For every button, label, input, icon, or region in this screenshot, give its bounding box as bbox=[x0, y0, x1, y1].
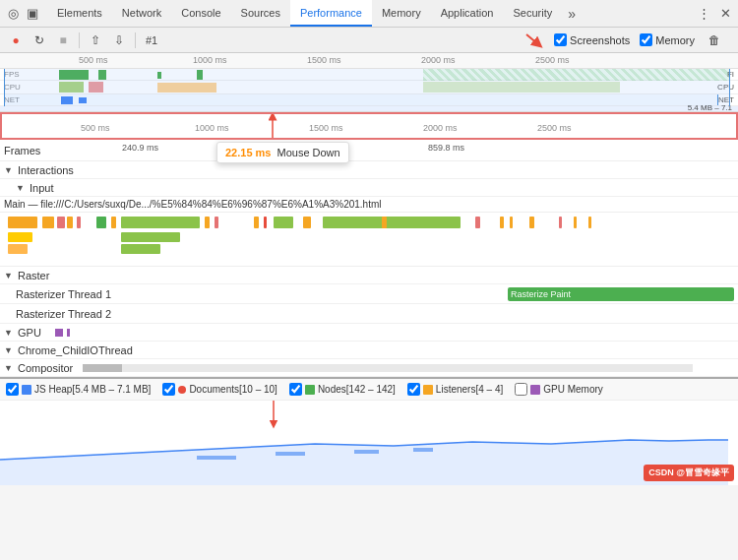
nodes-checkbox[interactable] bbox=[289, 383, 302, 396]
screenshots-label: Screenshots bbox=[570, 34, 630, 46]
nav-tabs: Elements Network Console Sources Perform… bbox=[47, 0, 562, 27]
close-devtools-icon[interactable]: ✕ bbox=[716, 5, 734, 23]
flame-block-r3-13 bbox=[588, 217, 591, 228]
ruler-500ms: 500 ms bbox=[79, 55, 108, 65]
ruler-2000ms: 2000 ms bbox=[421, 55, 456, 65]
chrome-io-toggle: ▼ bbox=[4, 345, 14, 355]
record-button[interactable]: ● bbox=[6, 31, 26, 50]
js-heap-checkbox[interactable] bbox=[6, 383, 19, 396]
overview-ruler: 500 ms 1000 ms 1500 ms 2000 ms 2500 ms bbox=[0, 53, 738, 69]
tab-console[interactable]: Console bbox=[171, 0, 230, 27]
fps-bar-1 bbox=[59, 70, 89, 80]
nodes-label: Nodes[142 – 142] bbox=[318, 384, 396, 395]
compositor-bar-1 bbox=[83, 364, 122, 372]
nodes-legend[interactable]: Nodes[142 – 142] bbox=[289, 383, 396, 396]
memory-chart bbox=[0, 401, 738, 485]
device-icon[interactable]: ▣ bbox=[24, 5, 41, 23]
input-label: Input bbox=[30, 182, 53, 194]
detail-500ms: 500 ms bbox=[81, 123, 110, 133]
stop-button[interactable]: ■ bbox=[53, 31, 73, 50]
gpu-bar-2 bbox=[67, 329, 70, 337]
trash-button[interactable]: 🗑 bbox=[705, 31, 724, 50]
fps-hatched bbox=[423, 69, 730, 81]
js-heap-label: JS Heap[5.4 MB – 7.1 MB] bbox=[34, 384, 151, 395]
upload-button[interactable]: ⇧ bbox=[86, 31, 105, 50]
cpu-bar-1 bbox=[59, 82, 84, 93]
flame-block-r3-9 bbox=[510, 217, 513, 228]
more-tabs-icon[interactable]: » bbox=[562, 6, 582, 22]
detail-2000ms: 2000 ms bbox=[423, 123, 458, 133]
customize-icon[interactable]: ⋮ bbox=[695, 5, 712, 23]
listeners-legend[interactable]: Listeners[4 – 4] bbox=[407, 383, 503, 396]
interactions-label: Interactions bbox=[18, 164, 74, 176]
tab-performance[interactable]: Performance bbox=[290, 0, 372, 27]
ruler-1000ms: 1000 ms bbox=[193, 55, 227, 65]
flame-block-7 bbox=[111, 217, 116, 228]
flame-block-11 bbox=[254, 217, 259, 228]
screenshots-checkbox[interactable] bbox=[554, 33, 567, 46]
memory-section: JS Heap[5.4 MB – 7.1 MB] Documents[10 – … bbox=[0, 377, 738, 485]
tab-application[interactable]: Application bbox=[431, 0, 504, 27]
flame-block-r3-8 bbox=[500, 217, 504, 228]
svg-rect-2 bbox=[354, 450, 379, 454]
rasterize-paint-block: Rasterize Paint bbox=[508, 287, 734, 301]
gpu-memory-checkbox[interactable] bbox=[515, 383, 527, 396]
tab-sources[interactable]: Sources bbox=[231, 0, 290, 27]
flame-block-2 bbox=[42, 217, 54, 228]
js-heap-legend[interactable]: JS Heap[5.4 MB – 7.1 MB] bbox=[6, 383, 151, 396]
listeners-checkbox[interactable] bbox=[407, 383, 420, 396]
cpu-bar-3 bbox=[157, 83, 216, 93]
documents-label: Documents[10 – 10] bbox=[189, 384, 277, 395]
gpu-toggle: ▼ bbox=[4, 328, 14, 338]
fps-bar-2 bbox=[98, 70, 106, 80]
raster-toggle: ▼ bbox=[4, 271, 14, 280]
flame-block-r2-2 bbox=[121, 232, 180, 242]
inspect-icon[interactable]: ◎ bbox=[4, 5, 22, 23]
documents-checkbox[interactable] bbox=[162, 383, 175, 396]
chrome-io-section[interactable]: ▼ Chrome_ChildIOThread bbox=[0, 342, 738, 359]
download-button[interactable]: ⇩ bbox=[109, 31, 129, 50]
net-track: NET NET bbox=[0, 94, 738, 106]
flame-block-r3-10 bbox=[529, 217, 534, 228]
tab-security[interactable]: Security bbox=[503, 0, 562, 27]
arrow-screenshots bbox=[517, 32, 546, 52]
detail-ruler: 500 ms 1000 ms 1500 ms 2000 ms 2500 ms bbox=[2, 114, 736, 140]
raster-section[interactable]: ▼ Raster bbox=[0, 267, 738, 284]
tab-network[interactable]: Network bbox=[112, 0, 171, 27]
detail-1500ms: 1500 ms bbox=[309, 123, 343, 133]
documents-legend[interactable]: Documents[10 – 10] bbox=[162, 383, 277, 396]
flame-chart-area: Frames 240.9 ms 859.8 ms ▼ Interactions … bbox=[0, 140, 738, 377]
timeline-arrow bbox=[263, 112, 282, 140]
input-section[interactable]: ▼ Input 22.15 ms Mouse Down bbox=[0, 179, 738, 197]
memory-checkbox-label[interactable]: Memory bbox=[640, 33, 695, 46]
compositor-toggle: ▼ bbox=[4, 363, 14, 373]
gpu-section[interactable]: ▼ GPU bbox=[0, 324, 738, 342]
tab-memory[interactable]: Memory bbox=[372, 0, 431, 27]
tab-elements[interactable]: Elements bbox=[47, 0, 112, 27]
reload-record-button[interactable]: ↻ bbox=[30, 31, 49, 50]
overview-section: 500 ms 1000 ms 1500 ms 2000 ms 2500 ms F… bbox=[0, 53, 738, 112]
svg-rect-0 bbox=[197, 456, 236, 460]
frame-mark-2: 859.8 ms bbox=[428, 143, 464, 153]
gpu-memory-label: GPU Memory bbox=[543, 384, 603, 395]
gpu-memory-legend[interactable]: GPU Memory bbox=[515, 383, 603, 396]
detail-1000ms: 1000 ms bbox=[195, 123, 229, 133]
nav-icons: ◎ ▣ bbox=[4, 5, 41, 23]
compositor-section[interactable]: ▼ Compositor bbox=[0, 359, 738, 377]
flame-block-r3-12 bbox=[574, 217, 577, 228]
flame-block-5 bbox=[77, 217, 81, 228]
memory-arrow bbox=[264, 401, 283, 430]
rasterizer1-content: Rasterize Paint bbox=[154, 287, 734, 301]
ruler-1500ms: 1500 ms bbox=[307, 55, 341, 65]
screenshots-checkbox-label[interactable]: Screenshots bbox=[554, 33, 630, 46]
fps-bar-3 bbox=[157, 72, 161, 79]
memory-chart-svg bbox=[0, 401, 728, 485]
memory-checkbox[interactable] bbox=[640, 33, 652, 46]
frames-label: Frames bbox=[4, 145, 122, 156]
flame-block-10 bbox=[215, 217, 218, 228]
interactions-section[interactable]: ▼ Interactions bbox=[0, 161, 738, 179]
flame-block-r3-11 bbox=[559, 217, 562, 228]
flame-block-3 bbox=[57, 217, 65, 228]
nav-end: ⋮ ✕ bbox=[695, 5, 734, 23]
heap-info: 5.4 MB – 7.1 bbox=[688, 103, 732, 112]
